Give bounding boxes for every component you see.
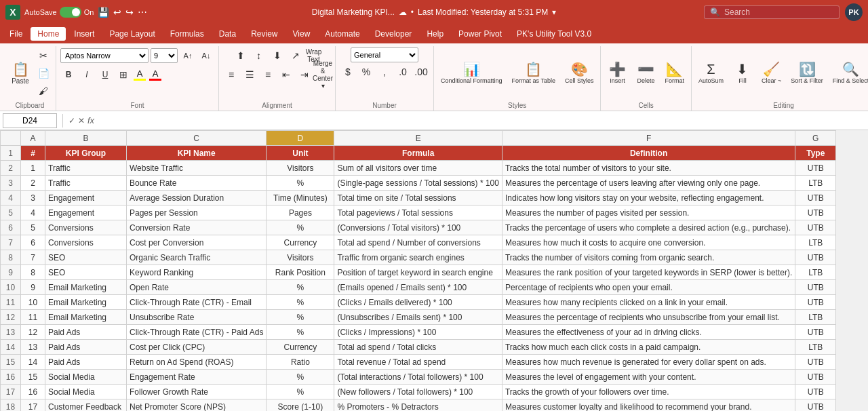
cell-A2[interactable]: 1 bbox=[21, 161, 45, 176]
cell-G5[interactable]: UTB bbox=[795, 206, 836, 220]
increase-indent-button[interactable]: ⇥ bbox=[296, 66, 313, 83]
underline-button[interactable]: U bbox=[97, 66, 113, 83]
find-select-button[interactable]: 🔍 Find & Select bbox=[830, 56, 868, 91]
cell-F2[interactable]: Tracks the total number of visitors to y… bbox=[502, 161, 795, 176]
cell-G6[interactable]: UTB bbox=[795, 220, 836, 235]
cell-D5[interactable]: Pages bbox=[267, 206, 334, 220]
cell-B6[interactable]: Conversions bbox=[45, 220, 127, 235]
cell-B13[interactable]: Paid Ads bbox=[45, 325, 127, 340]
cell-C7[interactable]: Cost per Conversion bbox=[127, 235, 267, 250]
cell-F11[interactable]: Measures how many recipients clicked on … bbox=[502, 295, 795, 310]
undo-icon[interactable]: ↩ bbox=[113, 7, 121, 18]
text-direction-button[interactable]: ↗ bbox=[288, 47, 304, 64]
chevron-down-icon[interactable]: ▾ bbox=[552, 7, 556, 17]
cell-F17[interactable]: Tracks the growth of your followers over… bbox=[502, 385, 795, 399]
cell-D15[interactable]: Ratio bbox=[267, 355, 334, 370]
font-size-select[interactable]: 9 bbox=[151, 48, 178, 63]
cell-B4[interactable]: Engagement bbox=[45, 191, 127, 206]
cut-button[interactable]: ✂ bbox=[35, 47, 52, 64]
cell-G10[interactable]: UTB bbox=[795, 280, 836, 295]
align-center-button[interactable]: ☰ bbox=[241, 66, 258, 83]
cell-D18[interactable]: Score (1-10) bbox=[267, 399, 334, 412]
cell-C4[interactable]: Average Session Duration bbox=[127, 191, 267, 206]
menu-home[interactable]: Home bbox=[31, 27, 66, 41]
menu-power-pivot[interactable]: Power Pivot bbox=[452, 27, 509, 41]
autosave-toggle[interactable] bbox=[60, 7, 81, 18]
cell-A12[interactable]: 11 bbox=[21, 310, 45, 325]
cell-B14[interactable]: Paid Ads bbox=[45, 340, 127, 355]
cell-E14[interactable]: Total ad spend / Total clicks bbox=[334, 340, 502, 355]
align-bottom-button[interactable]: ⬇ bbox=[269, 47, 285, 64]
cell-E17[interactable]: (New followers / Total followers) * 100 bbox=[334, 385, 502, 399]
clear-button[interactable]: 🧹 Clear ~ bbox=[759, 56, 784, 91]
cell-B9[interactable]: SEO bbox=[45, 265, 127, 280]
cell-C12[interactable]: Unsubscribe Rate bbox=[127, 310, 267, 325]
header-kpi-name[interactable]: KPI Name bbox=[127, 146, 267, 161]
cell-E8[interactable]: Traffic from organic search engines bbox=[334, 250, 502, 265]
cell-B7[interactable]: Conversions bbox=[45, 235, 127, 250]
cell-F13[interactable]: Measures the effectiveness of your ad in… bbox=[502, 325, 795, 340]
menu-help[interactable]: Help bbox=[420, 27, 450, 41]
cell-C14[interactable]: Cost per Click (CPC) bbox=[127, 340, 267, 355]
cell-G18[interactable]: UTB bbox=[795, 399, 836, 412]
cell-A3[interactable]: 2 bbox=[21, 176, 45, 191]
sheet-table-wrapper[interactable]: A B C D E F G 1 # KPI Group KPI Name Uni… bbox=[0, 130, 868, 411]
menu-developer[interactable]: Developer bbox=[368, 27, 419, 41]
cell-D9[interactable]: Rank Position bbox=[267, 265, 334, 280]
cell-C17[interactable]: Follower Growth Rate bbox=[127, 385, 267, 399]
cell-C13[interactable]: Click-Through Rate (CTR) - Paid Ads bbox=[127, 325, 267, 340]
cell-E15[interactable]: Total revenue / Total ad spend bbox=[334, 355, 502, 370]
header-kpi-group[interactable]: KPI Group bbox=[45, 146, 127, 161]
italic-button[interactable]: I bbox=[79, 66, 95, 83]
cell-D17[interactable]: % bbox=[267, 385, 334, 399]
cell-A9[interactable]: 8 bbox=[21, 265, 45, 280]
header-definition[interactable]: Definition bbox=[502, 146, 795, 161]
cell-E11[interactable]: (Clicks / Emails delivered) * 100 bbox=[334, 295, 502, 310]
align-left-button[interactable]: ≡ bbox=[223, 66, 239, 83]
cell-A17[interactable]: 16 bbox=[21, 385, 45, 399]
col-e[interactable]: E bbox=[334, 131, 502, 146]
increase-font-button[interactable]: A↑ bbox=[180, 47, 196, 64]
decrease-decimal-button[interactable]: .0 bbox=[395, 64, 411, 80]
cell-G7[interactable]: LTB bbox=[795, 235, 836, 250]
font-name-select[interactable]: Aptos Narrow bbox=[60, 48, 149, 63]
col-f[interactable]: F bbox=[502, 131, 795, 146]
col-a[interactable]: A bbox=[21, 131, 45, 146]
copy-button[interactable]: 📄 bbox=[35, 65, 52, 81]
cell-G17[interactable]: UTB bbox=[795, 385, 836, 399]
cell-E18[interactable]: % Promoters - % Detractors bbox=[334, 399, 502, 412]
menu-insert[interactable]: Insert bbox=[67, 27, 101, 41]
align-middle-button[interactable]: ↕ bbox=[251, 47, 267, 64]
cell-D6[interactable]: % bbox=[267, 220, 334, 235]
format-as-table-button[interactable]: 📋 Format as Table bbox=[509, 56, 558, 91]
cell-A5[interactable]: 4 bbox=[21, 206, 45, 220]
cell-E2[interactable]: Sum of all visitors over time bbox=[334, 161, 502, 176]
cell-G4[interactable]: UTB bbox=[795, 191, 836, 206]
cell-A14[interactable]: 13 bbox=[21, 340, 45, 355]
cell-D16[interactable]: % bbox=[267, 370, 334, 385]
cell-A16[interactable]: 15 bbox=[21, 370, 45, 385]
cell-F12[interactable]: Measures the percentage of recipients wh… bbox=[502, 310, 795, 325]
cell-D4[interactable]: Time (Minutes) bbox=[267, 191, 334, 206]
cell-A11[interactable]: 10 bbox=[21, 295, 45, 310]
cell-C15[interactable]: Return on Ad Spend (ROAS) bbox=[127, 355, 267, 370]
cell-E16[interactable]: (Total interactions / Total followers) *… bbox=[334, 370, 502, 385]
menu-pk-utility[interactable]: PK's Utility Tool V3.0 bbox=[510, 27, 598, 41]
cell-D7[interactable]: Currency bbox=[267, 235, 334, 250]
comma-button[interactable]: , bbox=[376, 64, 393, 80]
menu-file[interactable]: File bbox=[3, 27, 29, 41]
cell-A8[interactable]: 7 bbox=[21, 250, 45, 265]
menu-view[interactable]: View bbox=[286, 27, 317, 41]
cell-C18[interactable]: Net Promoter Score (NPS) bbox=[127, 399, 267, 412]
cell-D10[interactable]: % bbox=[267, 280, 334, 295]
cell-D13[interactable]: % bbox=[267, 325, 334, 340]
decrease-indent-button[interactable]: ⇤ bbox=[278, 66, 294, 83]
cell-F15[interactable]: Measures how much revenue is generated f… bbox=[502, 355, 795, 370]
number-format-select[interactable]: General bbox=[351, 47, 418, 62]
cell-B11[interactable]: Email Marketing bbox=[45, 295, 127, 310]
cell-B10[interactable]: Email Marketing bbox=[45, 280, 127, 295]
cell-G14[interactable]: LTB bbox=[795, 340, 836, 355]
percent-button[interactable]: % bbox=[358, 64, 374, 80]
cell-B8[interactable]: SEO bbox=[45, 250, 127, 265]
cell-F4[interactable]: Indicates how long visitors stay on your… bbox=[502, 191, 795, 206]
